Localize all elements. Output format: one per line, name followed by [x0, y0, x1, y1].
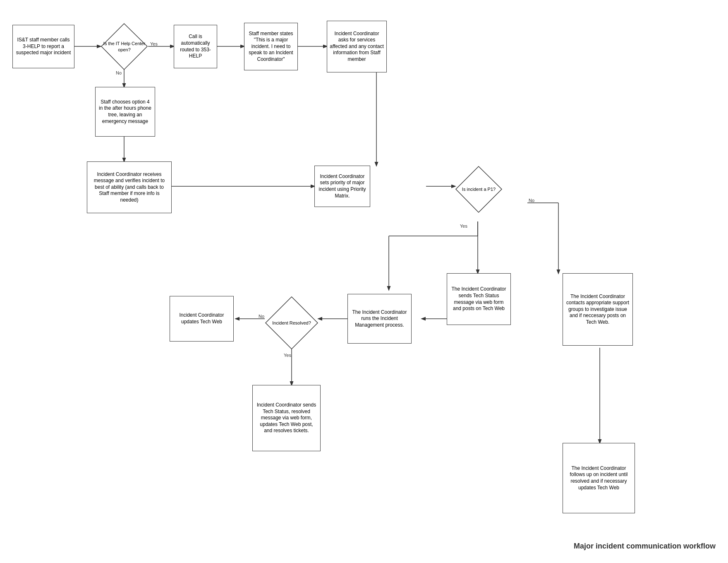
box-run-process: The Incident Coordinator runs the Incide…: [347, 294, 412, 344]
diamond-p1-text: Is incident a P1?: [460, 185, 497, 194]
diamond-resolved: Incident Resolved?: [265, 296, 318, 350]
box-call-routed-text: Call is automatically routed to 353-HELP: [177, 34, 214, 59]
box-call-routed: Call is automatically routed to 353-HELP: [174, 25, 217, 68]
box-resolved-message-text: Incident Coordinator sends Tech Status, …: [255, 402, 318, 434]
label-no1: No: [116, 70, 122, 75]
label-no2: No: [529, 198, 534, 203]
box-staff-option4-text: Staff chooses option 4 in the after hour…: [98, 99, 152, 125]
box-contact-support: The Incident Coordinator contacts approp…: [563, 273, 633, 346]
box-send-tech-status-text: The Incident Coordinator sends Tech Stat…: [450, 286, 508, 312]
box-send-tech-status: The Incident Coordinator sends Tech Stat…: [447, 273, 511, 325]
box-update-techweb-text: Incident Coordinator updates Tech Web: [172, 312, 231, 325]
diagram-container: IS&T staff member calls 3-HELP to report…: [0, 0, 728, 563]
box-run-process-text: The Incident Coordinator runs the Incide…: [350, 309, 409, 329]
diamond-help-center-text: Is the IT Help Center open?: [101, 39, 148, 54]
label-no3: No: [259, 314, 264, 319]
box-contact-support-text: The Incident Coordinator contacts approp…: [565, 294, 630, 326]
box-staff-states: Staff member states "This is a major inc…: [244, 23, 298, 70]
label-yes2: Yes: [460, 224, 467, 229]
box-staff-calls-text: IS&T staff member calls 3-HELP to report…: [15, 37, 72, 56]
box-coordinator-asks: Incident Coordinator asks for services a…: [327, 21, 387, 72]
label-yes1: Yes: [150, 41, 158, 46]
box-update-techweb: Incident Coordinator updates Tech Web: [170, 296, 234, 342]
box-coordinator-receives-text: Incident Coordinator receives message an…: [90, 171, 169, 204]
box-set-priority-text: Incident Coordinator sets priority of ma…: [317, 173, 367, 199]
box-staff-states-text: Staff member states "This is a major inc…: [247, 31, 295, 63]
box-coordinator-receives: Incident Coordinator receives message an…: [87, 161, 172, 213]
box-resolved-message: Incident Coordinator sends Tech Status, …: [252, 385, 321, 451]
diamond-resolved-text: Incident Resolved?: [271, 318, 313, 327]
box-staff-calls: IS&T staff member calls 3-HELP to report…: [12, 25, 74, 68]
box-followup: The Incident Coordinator follows up on i…: [563, 443, 635, 513]
diamond-p1: Is incident a P1?: [455, 166, 503, 213]
diamond-help-center: Is the IT Help Center open?: [101, 23, 148, 70]
box-coordinator-asks-text: Incident Coordinator asks for services a…: [330, 31, 384, 63]
box-set-priority: Incident Coordinator sets priority of ma…: [314, 166, 370, 207]
box-staff-option4: Staff chooses option 4 in the after hour…: [95, 87, 155, 137]
box-followup-text: The Incident Coordinator follows up on i…: [565, 465, 632, 491]
page-title: Major incident communication workflow: [574, 542, 716, 551]
label-yes3: Yes: [284, 353, 291, 358]
